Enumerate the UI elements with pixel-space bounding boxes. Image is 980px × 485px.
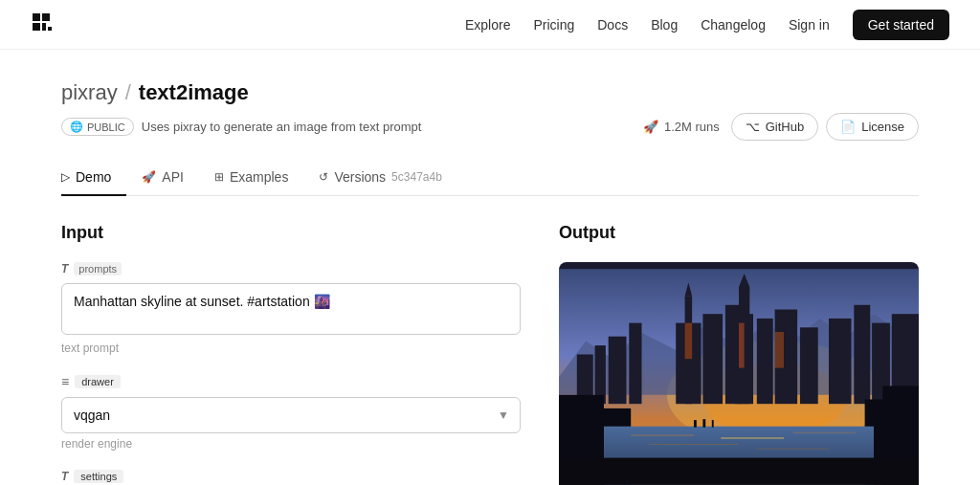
prompts-field-group: T prompts Manhattan skyline at sunset. #… (61, 262, 521, 355)
nav-docs[interactable]: Docs (597, 17, 628, 33)
settings-type-indicator: T (61, 470, 68, 483)
visibility-badge: 🌐 PUBLIC (61, 118, 134, 136)
meta-row: 🌐 PUBLIC Uses pixray to generate an imag… (61, 113, 919, 141)
input-panel: Input T prompts Manhattan skyline at sun… (61, 223, 521, 485)
output-image-container (559, 262, 919, 485)
runs-info: 🚀 1.2M runs (643, 120, 720, 134)
output-title: Output (559, 223, 919, 243)
breadcrumb: pixray / text2image (61, 80, 919, 105)
tabs-bar: ▷ Demo 🚀 API ⊞ Examples ↺ Versions 5c347… (61, 160, 919, 196)
svg-rect-44 (712, 420, 714, 428)
tab-versions-label: Versions (334, 169, 386, 185)
breadcrumb-current: text2image (139, 80, 249, 105)
prompts-label: prompts (74, 262, 122, 276)
globe-icon: 🌐 (70, 121, 83, 133)
svg-rect-2 (33, 23, 40, 31)
svg-rect-3 (42, 23, 46, 31)
versions-icon: ↺ (319, 170, 328, 184)
version-badge: 5c347a4b (391, 170, 442, 184)
model-description: Uses pixray to generate an image from te… (142, 120, 422, 134)
tab-api-label: API (162, 169, 184, 185)
examples-icon: ⊞ (214, 170, 224, 184)
svg-rect-43 (702, 419, 705, 427)
settings-label-row: T settings (61, 470, 521, 483)
tab-demo-label: Demo (76, 169, 111, 185)
runs-count: 1.2M runs (664, 120, 720, 134)
svg-rect-16 (702, 314, 723, 404)
drawer-label-row: ≡ drawer (61, 374, 521, 389)
prompts-label-row: T prompts (61, 262, 521, 276)
svg-rect-1 (42, 13, 50, 21)
drawer-type-icon: ≡ (61, 374, 69, 389)
nav-links: Explore Pricing Docs Blog Changelog Sign… (465, 10, 949, 40)
render-engine-select-wrapper: vqgan clip_draw pixel ▼ (61, 397, 521, 433)
svg-rect-19 (735, 314, 753, 404)
license-label: License (861, 120, 904, 134)
github-button[interactable]: ⌥ GitHub (731, 113, 818, 141)
svg-rect-24 (829, 319, 852, 404)
svg-rect-29 (739, 323, 745, 368)
prompts-type-indicator: T (61, 262, 68, 276)
nav-signin[interactable]: Sign in (789, 17, 830, 33)
breadcrumb-separator: / (125, 80, 131, 105)
license-button[interactable]: 📄 License (826, 113, 919, 141)
navbar: Explore Pricing Docs Blog Changelog Sign… (0, 0, 980, 50)
meta-actions: 🚀 1.2M runs ⌥ GitHub 📄 License (643, 113, 919, 141)
render-engine-select[interactable]: vqgan clip_draw pixel (61, 397, 521, 433)
tab-examples-label: Examples (230, 169, 288, 185)
github-icon: ⌥ (746, 120, 760, 134)
svg-rect-21 (757, 319, 773, 404)
settings-label: settings (74, 470, 123, 483)
tab-api[interactable]: 🚀 API (126, 160, 199, 196)
drawer-label: drawer (75, 375, 121, 388)
page-content: pixray / text2image 🌐 PUBLIC Uses pixray… (31, 50, 949, 485)
tab-examples[interactable]: ⊞ Examples (199, 160, 303, 196)
nav-pricing[interactable]: Pricing (533, 17, 574, 33)
api-icon: 🚀 (142, 170, 156, 184)
settings-field-group: T settings (61, 470, 521, 485)
nav-explore[interactable]: Explore (465, 17, 510, 33)
get-started-button[interactable]: Get started (853, 10, 949, 40)
play-icon: ▷ (61, 170, 70, 184)
svg-rect-4 (48, 27, 52, 31)
svg-rect-30 (775, 332, 784, 368)
nav-blog[interactable]: Blog (651, 17, 678, 33)
render-engine-hint: render engine (61, 437, 521, 451)
prompts-input[interactable]: Manhattan skyline at sunset. #artstation… (61, 283, 521, 335)
rocket-icon: 🚀 (643, 120, 658, 134)
breadcrumb-parent[interactable]: pixray (61, 80, 118, 105)
svg-rect-41 (559, 458, 919, 485)
main-content: Input T prompts Manhattan skyline at sun… (61, 223, 919, 485)
prompts-hint: text prompt (61, 342, 521, 355)
svg-rect-42 (694, 420, 697, 428)
license-icon: 📄 (840, 120, 856, 134)
nav-changelog[interactable]: Changelog (701, 17, 766, 33)
svg-rect-11 (609, 337, 627, 405)
svg-rect-25 (854, 305, 870, 404)
drawer-field-group: ≡ drawer vqgan clip_draw pixel ▼ render … (61, 374, 521, 451)
logo[interactable] (31, 11, 57, 38)
svg-rect-23 (800, 327, 818, 404)
input-title: Input (61, 223, 521, 243)
output-image (559, 262, 919, 485)
output-panel: Output (559, 223, 919, 485)
tab-demo[interactable]: ▷ Demo (61, 160, 126, 196)
svg-rect-0 (33, 13, 40, 21)
github-label: GitHub (766, 120, 804, 134)
svg-rect-12 (629, 323, 641, 405)
svg-rect-28 (685, 323, 693, 360)
visibility-label: PUBLIC (87, 121, 125, 133)
tab-versions[interactable]: ↺ Versions 5c347a4b (303, 160, 457, 196)
